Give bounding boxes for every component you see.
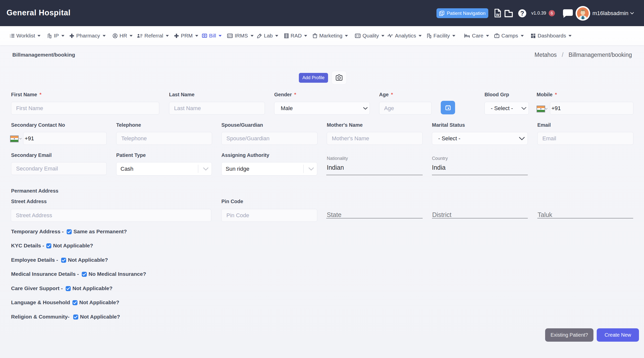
svg-text:W: W xyxy=(496,13,500,17)
svg-text:3: 3 xyxy=(10,36,11,38)
svg-text:?: ? xyxy=(520,10,524,17)
